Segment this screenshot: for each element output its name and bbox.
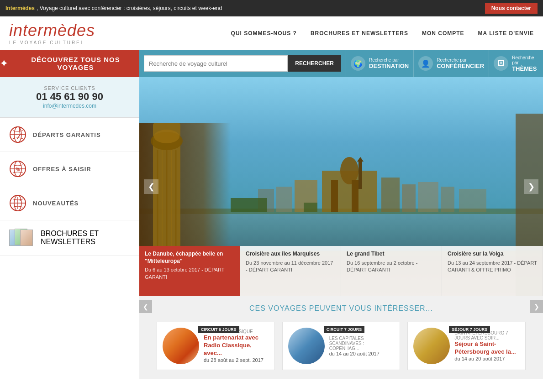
- voyage-item-2[interactable]: SAINT-PÉTERSBOURG 7 JOURS AVEC SOIR... S…: [407, 322, 526, 370]
- logo-sub: LE VOYAGE CULTUREL: [9, 40, 95, 45]
- voyage-item-1[interactable]: LES CAPITALES SCANDINAVES : COPENHAG... …: [282, 322, 401, 370]
- vi-top-0: CHYPRE EN MUSIQUE En partenariat avec Ra…: [163, 328, 269, 364]
- conferencier-label-bottom: CONFÉRENCIER: [437, 63, 484, 69]
- sidebar-item-offres[interactable]: % OFFRES À SAISIR: [0, 152, 139, 186]
- top-bar-right: Nous contacter: [485, 3, 538, 14]
- search-by-conferencier[interactable]: 👤 Recherche par CONFÉRENCIER: [413, 50, 489, 77]
- vc-title-3: Croisière sur la Volga: [448, 251, 537, 258]
- offres-icon: %: [9, 160, 26, 178]
- voyage-card-0[interactable]: Le Danube, échappée belle en "Mitteleuro…: [139, 246, 240, 296]
- top-bar-tagline: Intermèdes , Voyage culturel avec confér…: [5, 5, 222, 11]
- discover-button[interactable]: ✦ DÉCOUVREZ TOUS NOS VOYAGES: [0, 50, 139, 77]
- vi-date-1: du 14 au 20 août 2017: [329, 351, 395, 356]
- brochure-stack-icon: [9, 229, 34, 247]
- themes-label-top: Recherche par: [512, 55, 538, 65]
- top-bar: Intermèdes , Voyage culturel avec confér…: [0, 0, 543, 16]
- vc-title-1: Croisière aux îles Marquises: [246, 251, 335, 258]
- nav-brochures[interactable]: BROCHURES ET NEWSLETTERS: [311, 30, 408, 37]
- sidebar-item-brochures[interactable]: BROCHURES ETNEWSLETTERS: [0, 220, 139, 256]
- svg-rect-16: [358, 162, 362, 189]
- voyage-card-3[interactable]: Croisière sur la Volga Du 13 au 24 septe…: [442, 246, 543, 296]
- destination-label-bottom: DESTINATION: [369, 63, 409, 69]
- destination-label-top: Recherche par: [369, 57, 409, 63]
- sidebar-item-departs-garantis[interactable]: DÉPARTS GARANTIS: [0, 118, 139, 152]
- main-nav: QUI SOMMES-NOUS ? BROCHURES ET NEWSLETTE…: [231, 30, 534, 37]
- search-options: 🌍 Recherche par DESTINATION 👤 Recherche …: [346, 50, 543, 77]
- search-area: ✦ DÉCOUVREZ TOUS NOS VOYAGES RECHERCHER …: [0, 50, 543, 77]
- vi-img-inner-0: [163, 328, 199, 364]
- interested-header: CES VOYAGES PEUVENT VOUS INTÉRESSER...: [153, 296, 529, 317]
- svg-rect-23: [418, 182, 438, 212]
- search-by-destination[interactable]: 🌍 Recherche par DESTINATION: [346, 50, 413, 77]
- contact-button[interactable]: Nous contacter: [485, 3, 538, 14]
- sidebar-label-offres: OFFRES À SAISIR: [33, 166, 91, 172]
- interested-prev-button[interactable]: ❮: [139, 300, 152, 313]
- service-phone: 01 45 61 90 90: [9, 91, 130, 103]
- themes-label-bottom: THÈMES: [512, 65, 538, 72]
- service-block: SERVICE CLIENTS 01 45 61 90 90 info@inte…: [0, 77, 139, 118]
- vi-title-0: En partenariat avec Radio Classique, ave…: [204, 334, 269, 357]
- vi-info-1: LES CAPITALES SCANDINAVES : COPENHAG... …: [329, 336, 395, 356]
- vi-date-0: du 28 août au 2 sept. 2017: [204, 357, 269, 363]
- vi-badge-2: SÉJOUR 7 JOURS: [449, 326, 490, 333]
- search-input[interactable]: [144, 55, 288, 72]
- main-content: ❮ ❯ Le Danube, échappée belle en "Mittel…: [139, 77, 543, 379]
- svg-rect-20: [381, 178, 400, 212]
- conferencier-icon: 👤: [418, 56, 433, 71]
- vc-title-0: Le Danube, échappée belle en "Mitteleuro…: [145, 251, 234, 265]
- sidebar-item-nouveautes[interactable]: + NOUVEAUTÉS: [0, 186, 139, 220]
- svg-marker-17: [357, 157, 364, 162]
- vi-info-0: CHYPRE EN MUSIQUE En partenariat avec Ra…: [204, 329, 269, 363]
- search-by-themes[interactable]: 🖼 Recherche par THÈMES: [489, 50, 543, 77]
- service-label: SERVICE CLIENTS: [9, 85, 130, 91]
- vi-title-2: Séjour à Saint-Pétersbourg avec la...: [454, 340, 520, 356]
- nav-qui-sommes-nous[interactable]: QUI SOMMES-NOUS ?: [231, 30, 297, 37]
- brand-name: Intermèdes: [5, 5, 35, 11]
- svg-rect-27: [304, 203, 317, 212]
- voyage-card-2[interactable]: Le grand Tibet Du 16 septembre au 2 octo…: [341, 246, 442, 296]
- voyage-card-1[interactable]: Croisière aux îles Marquises Du 23 novem…: [240, 246, 341, 296]
- nouveautes-icon: +: [9, 194, 26, 212]
- header: intermèdes LE VOYAGE CULTUREL QUI SOMMES…: [0, 16, 543, 50]
- service-email: info@intermedes.com: [9, 103, 130, 109]
- search-form: RECHERCHER: [139, 50, 346, 77]
- interested-section: ❮ CES VOYAGES PEUVENT VOUS INTÉRESSER...…: [139, 296, 543, 379]
- sidebar-label-departs: DÉPARTS GARANTIS: [33, 131, 101, 138]
- svg-text:+: +: [19, 198, 21, 203]
- vi-info-2: SAINT-PÉTERSBOURG 7 JOURS AVEC SOIR... S…: [454, 330, 520, 361]
- conferencier-label-top: Recherche par: [437, 57, 484, 63]
- svg-rect-24: [441, 187, 454, 212]
- main-layout: SERVICE CLIENTS 01 45 61 90 90 info@inte…: [0, 77, 543, 379]
- logo-name: intermèdes: [9, 21, 95, 40]
- city-silhouette: [231, 152, 543, 216]
- slide-next-button[interactable]: ❯: [524, 179, 538, 194]
- voyage-item-0[interactable]: CHYPRE EN MUSIQUE En partenariat avec Ra…: [157, 322, 275, 370]
- themes-icon: 🖼: [494, 56, 508, 71]
- sidebar-label-brochures: BROCHURES ETNEWSLETTERS: [41, 230, 99, 246]
- vc-detail-1: Du 23 novembre au 11 décembre 2017 - DÉP…: [246, 260, 335, 274]
- interested-next-button[interactable]: ❯: [530, 300, 543, 313]
- search-button[interactable]: RECHERCHER: [288, 55, 341, 72]
- vc-title-2: Le grand Tibet: [347, 251, 436, 258]
- vi-img-inner-2: [413, 328, 450, 364]
- svg-rect-25: [459, 189, 486, 212]
- hero-slider: ❮ ❯ Le Danube, échappée belle en "Mittel…: [139, 77, 543, 296]
- vi-img-0: [163, 328, 199, 364]
- vi-category-1: LES CAPITALES SCANDINAVES : COPENHAG...: [329, 336, 395, 351]
- nav-ma-liste[interactable]: MA LISTE D'ENVIE: [478, 30, 534, 37]
- svg-rect-26: [231, 198, 267, 212]
- vi-badge-0: CIRCUIT 6 JOURS: [198, 326, 239, 333]
- vi-top-1: LES CAPITALES SCANDINAVES : COPENHAG... …: [288, 328, 395, 364]
- vi-badge-1: CIRCUIT 7 JOURS: [324, 326, 365, 333]
- tagline-text: , Voyage culturel avec conférencier : cr…: [37, 5, 222, 11]
- nav-mon-compte[interactable]: MON COMPTE: [422, 30, 464, 37]
- voyage-items: CHYPRE EN MUSIQUE En partenariat avec Ra…: [139, 317, 543, 379]
- sidebar: SERVICE CLIENTS 01 45 61 90 90 info@inte…: [0, 77, 139, 379]
- vi-date-2: du 14 au 20 août 2017: [454, 356, 520, 361]
- svg-rect-14: [331, 180, 338, 212]
- logo-area[interactable]: intermèdes LE VOYAGE CULTUREL: [9, 21, 95, 45]
- destination-icon: 🌍: [351, 56, 365, 71]
- departs-garantis-icon: [9, 126, 26, 143]
- vi-img-2: [413, 328, 450, 364]
- slide-prev-button[interactable]: ❮: [144, 179, 158, 194]
